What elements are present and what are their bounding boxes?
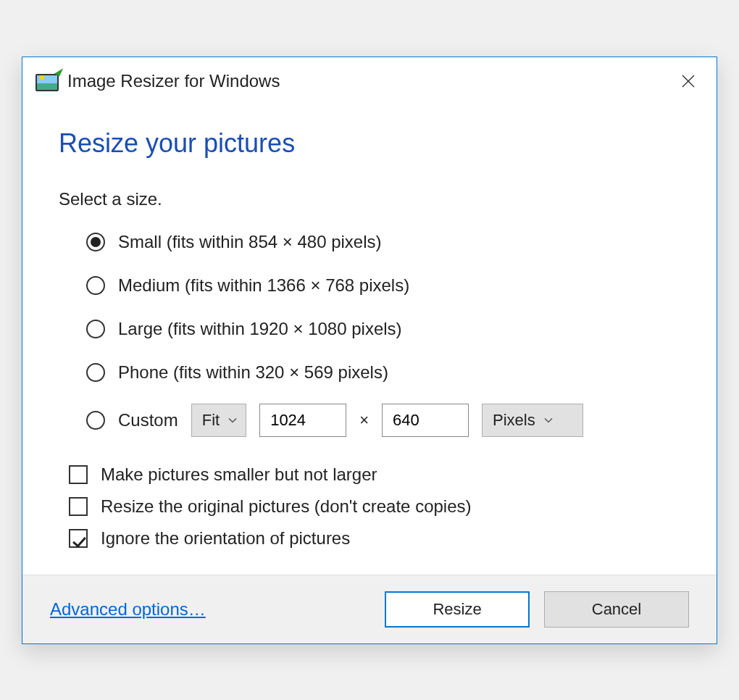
option-resize-original[interactable]: Resize the original pictures (don't crea… [69, 496, 680, 517]
size-radio-group: Small (fits within 854 × 480 pixels) Med… [59, 230, 680, 437]
checkbox-label: Resize the original pictures (don't crea… [101, 496, 472, 517]
fit-mode-value: Fit [202, 411, 220, 430]
footer: Advanced options… Resize Cancel [22, 575, 717, 643]
close-icon [681, 74, 696, 88]
chevron-down-icon [544, 417, 553, 423]
radio-label: Large (fits within 1920 × 1080 pixels) [118, 319, 402, 339]
unit-value: Pixels [493, 411, 535, 430]
options-group: Make pictures smaller but not larger Res… [59, 464, 680, 549]
radio-label: Small (fits within 854 × 480 pixels) [118, 232, 382, 252]
dialog-window: Image Resizer for Windows Resize your pi… [22, 57, 717, 644]
size-option-phone[interactable]: Phone (fits within 320 × 569 pixels) [86, 360, 680, 385]
checkbox-label: Ignore the orientation of pictures [101, 528, 350, 549]
close-button[interactable] [673, 66, 703, 96]
checkbox-smaller-only[interactable] [69, 465, 88, 484]
checkbox-resize-original[interactable] [69, 497, 88, 516]
resize-button[interactable]: Resize [385, 591, 530, 628]
window-title: Image Resizer for Windows [67, 71, 664, 91]
app-icon [36, 71, 59, 91]
advanced-options-link[interactable]: Advanced options… [50, 599, 370, 620]
size-option-large[interactable]: Large (fits within 1920 × 1080 pixels) [86, 317, 680, 341]
checkbox-ignore-orientation[interactable] [69, 529, 88, 548]
content-area: Resize your pictures Select a size. Smal… [22, 101, 717, 575]
width-input[interactable] [259, 404, 346, 437]
page-heading: Resize your pictures [59, 128, 680, 159]
option-ignore-orientation[interactable]: Ignore the orientation of pictures [69, 528, 680, 549]
radio-small[interactable] [86, 233, 105, 251]
dimension-separator: × [359, 411, 369, 430]
radio-medium[interactable] [86, 276, 105, 295]
radio-large[interactable] [86, 320, 105, 338]
custom-label: Custom [118, 410, 178, 430]
size-option-small[interactable]: Small (fits within 854 × 480 pixels) [86, 230, 680, 254]
checkbox-label: Make pictures smaller but not larger [101, 464, 377, 485]
option-smaller-only[interactable]: Make pictures smaller but not larger [69, 464, 680, 485]
instruction-text: Select a size. [59, 189, 680, 209]
chevron-down-icon [228, 417, 237, 423]
titlebar: Image Resizer for Windows [22, 57, 717, 101]
radio-custom[interactable] [86, 411, 105, 430]
radio-phone[interactable] [86, 363, 105, 382]
unit-select[interactable]: Pixels [482, 404, 583, 437]
radio-label: Medium (fits within 1366 × 768 pixels) [118, 275, 409, 296]
height-input[interactable] [382, 404, 469, 437]
size-option-custom: Custom Fit × Pixels [86, 404, 680, 437]
cancel-button[interactable]: Cancel [544, 591, 689, 628]
radio-label: Phone (fits within 320 × 569 pixels) [118, 362, 388, 383]
fit-mode-select[interactable]: Fit [191, 404, 246, 437]
size-option-medium[interactable]: Medium (fits within 1366 × 768 pixels) [86, 273, 680, 298]
